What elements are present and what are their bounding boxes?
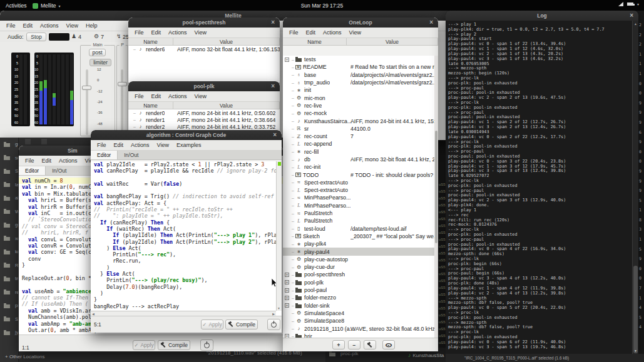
expander-icon[interactable]: +	[285, 288, 289, 293]
menu-item[interactable]: File	[3, 23, 19, 29]
sidebar-place-item[interactable]: Sh	[0, 164, 18, 178]
sidebar-place-item[interactable]: gr	[0, 138, 18, 151]
menu-item[interactable]: Examples	[173, 142, 205, 148]
tree-row[interactable]: + – ♀ tmp_audio /data/projects/Almat/eve…	[283, 79, 434, 86]
tree-row[interactable]: + – ⚙ play-cue-dur	[283, 263, 434, 271]
tree-row[interactable]: + – ≈ PaulStretch	[283, 209, 434, 217]
expander-icon[interactable]: +	[285, 296, 289, 300]
scroll-down-icon[interactable]: ▼	[277, 306, 280, 310]
menu-item[interactable]: Actions	[319, 29, 345, 36]
compile-button[interactable]: Compile	[225, 319, 258, 329]
system-status-area[interactable]: ▾	[618, 2, 639, 6]
compile-button[interactable]: Compile	[158, 340, 190, 350]
clock[interactable]: Sun Mar 29 17:25	[0, 3, 644, 9]
tab-editor[interactable]: Editor	[91, 151, 118, 159]
tree-row[interactable]: + – tests	[283, 56, 434, 63]
tree-row[interactable]: + – pool-plk	[283, 279, 434, 286]
menu-item[interactable]: Edit	[148, 29, 165, 36]
gear-icon[interactable]: ⚙	[94, 33, 99, 39]
power-button[interactable]	[200, 339, 213, 351]
close-icon[interactable]: ×	[273, 130, 277, 140]
titlebar[interactable]: OneLoop ×	[283, 18, 438, 28]
menu-item[interactable]: View	[345, 29, 365, 36]
sidebar-place-item[interactable]: kur	[0, 245, 18, 259]
sidebar-place-item[interactable]: su	[0, 151, 18, 165]
tab-editor[interactable]: Editor	[19, 166, 46, 175]
menu-item[interactable]: File	[131, 29, 148, 36]
menu-item[interactable]: Actions	[127, 142, 153, 148]
menu-item[interactable]: Edit	[302, 29, 320, 36]
menu-item[interactable]: File	[131, 93, 148, 99]
post-button[interactable]: post	[89, 49, 106, 56]
menu-item[interactable]: File	[285, 29, 302, 36]
tree-row[interactable]: + – ♪ KunsthausStairca... AIFF, mono 24-…	[283, 117, 434, 124]
tree-row[interactable]: + – L rec-init	[283, 163, 434, 171]
remove-button[interactable]: −	[348, 340, 360, 349]
tree-row[interactable]: + – L PaulStretch	[283, 217, 434, 224]
sidebar-place-item[interactable]: Rea	[0, 259, 18, 273]
power-button[interactable]	[267, 319, 280, 330]
close-icon[interactable]: ×	[630, 11, 633, 21]
sidebar-place-item[interactable]: W	[0, 205, 18, 219]
sidebar-place-item[interactable]: tmp	[0, 272, 18, 286]
kunsthaus-window-fragment[interactable]: ♪ KunsthausSta...	[408, 352, 444, 358]
apply-button[interactable]: ✓Apply	[201, 319, 223, 329]
tree-row[interactable]: + – ▯ test-loud /data/temp/test-loud.aif	[283, 225, 434, 233]
sidebar-place-item[interactable]: la	[0, 178, 18, 192]
titlebar[interactable]: algorithm : Control Graph Code ×	[91, 130, 282, 140]
tree-row[interactable]: + – ⚙ SimulateSpace8	[283, 317, 434, 324]
scroll-up-icon[interactable]: ▲	[634, 22, 637, 26]
menu-item[interactable]: Actions	[165, 29, 191, 36]
tree-row[interactable]: + – pool-paul	[283, 286, 434, 294]
expander-icon[interactable]: +	[285, 273, 289, 277]
menu-item[interactable]: Actions	[36, 23, 63, 29]
table-row[interactable]: – ♪ render2 AIFF, mono 24-bit int 44.1 k…	[128, 123, 280, 130]
tree-row[interactable]: + – ⚙ rec-live	[283, 102, 434, 109]
column-value[interactable]: Value	[173, 38, 280, 45]
view-button[interactable]: ⊙	[382, 340, 395, 349]
volume-slider-handle[interactable]	[118, 82, 127, 86]
menu-item[interactable]: View	[153, 142, 173, 148]
other-locations-item[interactable]: + Other Locations	[5, 354, 44, 359]
sidebar-place-item[interactable]: xco	[0, 232, 18, 246]
volume-slider[interactable]	[121, 69, 123, 135]
titlebar[interactable]: pool-spectthresh ×	[128, 18, 280, 28]
scrollbar-thumb[interactable]	[633, 266, 638, 353]
vertical-scrollbar[interactable]	[434, 56, 438, 338]
tree-row[interactable]: + – ∗ init	[283, 86, 434, 94]
vertical-scrollbar[interactable]: ▲ ▼	[276, 161, 282, 311]
horizontal-scrollbar[interactable]: ◀ ▶	[91, 311, 276, 316]
titlebar[interactable]: Log ×	[446, 11, 638, 21]
tree-row[interactable]: + – L rec-append	[283, 140, 434, 148]
scroll-down-icon[interactable]: ▼	[634, 349, 637, 353]
menu-item[interactable]: View	[191, 93, 210, 99]
tree-row[interactable]: + – ⚙ SimulateSpace4	[283, 309, 434, 317]
vertical-scrollbar[interactable]: ▲ ▼	[632, 21, 638, 354]
tree-row[interactable]: + – ∗ play-plk4	[283, 240, 434, 248]
table-row[interactable]: – ♪ render6 AIFF, mono 32-bit float 44.1…	[128, 46, 280, 53]
volume-slider[interactable]	[86, 69, 88, 135]
tab-inout[interactable]: In/Out	[46, 166, 73, 175]
column-value[interactable]: Value	[173, 102, 280, 109]
tree-row[interactable]: + – folder-mezzo	[283, 294, 434, 301]
tree-row[interactable]: + – M Sketch _200307_ ## "local pools" S…	[283, 233, 434, 240]
close-icon[interactable]: ×	[429, 18, 433, 28]
menu-item[interactable]: File	[21, 158, 38, 164]
tree-row[interactable]: + – ♀ base /data/projects/Almat/events/g…	[283, 71, 434, 79]
tree-row[interactable]: + – L MinPhasePearso...	[283, 202, 434, 209]
tree-row[interactable]: + – M TODO # TODO - init: should clear p…	[283, 171, 434, 178]
tree-row[interactable]: + – ⚙ play-cue-autostop	[283, 256, 434, 263]
sidebar-place-item[interactable]: gr	[0, 218, 18, 232]
column-value[interactable]: Value	[347, 38, 438, 45]
tree-row[interactable]: + – pool-spectthresh	[283, 271, 434, 278]
expander-icon[interactable]: +	[285, 58, 289, 62]
menu-item[interactable]: Actions	[55, 158, 81, 164]
tree-row[interactable]: + – ≈ MinPhasePearso...	[283, 194, 434, 201]
tree-row[interactable]: + – L Spect-extractAuto	[283, 186, 434, 194]
table-row[interactable]: – ♪ render1 AIFF, mono 24-bit int 44.1 k…	[128, 116, 280, 123]
proc-plk-window-fragment[interactable]: proc-plk	[329, 351, 358, 356]
sidebar-place-item[interactable]: pro	[0, 299, 18, 313]
menu-item[interactable]: File	[93, 142, 110, 148]
expander-icon[interactable]: +	[285, 303, 289, 308]
tab-inout[interactable]: In/Out	[118, 151, 145, 159]
